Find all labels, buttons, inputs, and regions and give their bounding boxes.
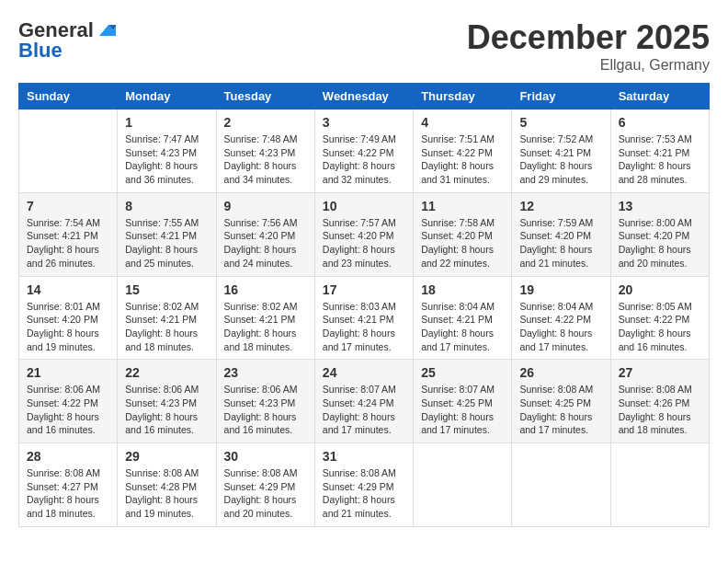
day-info: Sunrise: 7:48 AMSunset: 4:23 PMDaylight:…: [224, 132, 307, 187]
day-info: Sunrise: 8:06 AMSunset: 4:23 PMDaylight:…: [125, 383, 208, 437]
day-info: Sunrise: 7:58 AMSunset: 4:20 PMDaylight:…: [421, 216, 504, 270]
day-number: 23: [224, 365, 307, 380]
day-number: 17: [323, 282, 405, 297]
calendar-cell: 9Sunrise: 7:56 AMSunset: 4:20 PMDaylight…: [216, 192, 314, 276]
day-number: 8: [125, 199, 208, 213]
day-info: Sunrise: 8:02 AMSunset: 4:21 PMDaylight:…: [125, 300, 208, 354]
day-info: Sunrise: 8:07 AMSunset: 4:24 PMDaylight:…: [323, 383, 405, 437]
day-number: 6: [619, 115, 701, 130]
calendar-cell: 12Sunrise: 7:59 AMSunset: 4:20 PMDayligh…: [512, 192, 610, 276]
calendar-cell: 18Sunrise: 8:04 AMSunset: 4:21 PMDayligh…: [414, 276, 512, 360]
day-info: Sunrise: 8:02 AMSunset: 4:21 PMDaylight:…: [224, 300, 307, 354]
calendar-cell: 23Sunrise: 8:06 AMSunset: 4:23 PMDayligh…: [216, 360, 314, 443]
day-info: Sunrise: 8:01 AMSunset: 4:20 PMDaylight:…: [27, 300, 109, 354]
location: Ellgau, Germany: [467, 57, 710, 74]
calendar-cell: 21Sunrise: 8:06 AMSunset: 4:22 PMDayligh…: [19, 360, 118, 443]
day-info: Sunrise: 7:57 AMSunset: 4:20 PMDaylight:…: [323, 216, 405, 270]
logo: General Blue: [18, 18, 116, 63]
day-number: 11: [421, 199, 504, 213]
calendar-cell: 30Sunrise: 8:08 AMSunset: 4:29 PMDayligh…: [216, 443, 314, 527]
calendar-cell: 13Sunrise: 8:00 AMSunset: 4:20 PMDayligh…: [610, 192, 709, 276]
day-number: 29: [125, 449, 208, 464]
day-number: 9: [224, 199, 307, 213]
calendar-cell: 4Sunrise: 7:51 AMSunset: 4:22 PMDaylight…: [414, 109, 512, 193]
day-info: Sunrise: 8:03 AMSunset: 4:21 PMDaylight:…: [323, 300, 405, 354]
day-number: 18: [421, 282, 504, 297]
calendar-header-row: SundayMondayTuesdayWednesdayThursdayFrid…: [19, 84, 710, 109]
day-number: 15: [125, 282, 208, 297]
calendar-week-row: 21Sunrise: 8:06 AMSunset: 4:22 PMDayligh…: [19, 360, 710, 443]
calendar-cell: [512, 443, 610, 527]
day-info: Sunrise: 7:49 AMSunset: 4:22 PMDaylight:…: [323, 132, 405, 187]
calendar-cell: 11Sunrise: 7:58 AMSunset: 4:20 PMDayligh…: [414, 192, 512, 276]
calendar-cell: [610, 443, 709, 527]
day-info: Sunrise: 8:08 AMSunset: 4:29 PMDaylight:…: [323, 466, 405, 521]
day-info: Sunrise: 8:05 AMSunset: 4:22 PMDaylight:…: [619, 300, 701, 354]
calendar-table: SundayMondayTuesdayWednesdayThursdayFrid…: [18, 83, 710, 527]
day-info: Sunrise: 8:08 AMSunset: 4:28 PMDaylight:…: [125, 466, 208, 521]
month-title: December 2025: [467, 18, 710, 57]
day-number: 3: [323, 115, 405, 130]
day-info: Sunrise: 7:55 AMSunset: 4:21 PMDaylight:…: [125, 216, 208, 270]
calendar-cell: 27Sunrise: 8:08 AMSunset: 4:26 PMDayligh…: [610, 360, 709, 443]
day-number: 19: [519, 282, 602, 297]
calendar-cell: [414, 443, 512, 527]
calendar-cell: 10Sunrise: 7:57 AMSunset: 4:20 PMDayligh…: [314, 192, 413, 276]
logo-icon: [96, 19, 116, 40]
col-header-saturday: Saturday: [610, 84, 709, 109]
day-number: 27: [619, 365, 701, 380]
calendar-cell: 19Sunrise: 8:04 AMSunset: 4:22 PMDayligh…: [512, 276, 610, 360]
calendar-cell: 22Sunrise: 8:06 AMSunset: 4:23 PMDayligh…: [118, 360, 216, 443]
day-number: 28: [27, 449, 109, 464]
day-info: Sunrise: 7:52 AMSunset: 4:21 PMDaylight:…: [519, 132, 602, 187]
calendar-cell: [19, 109, 118, 193]
day-number: 25: [421, 365, 504, 380]
logo-blue: Blue: [18, 39, 63, 63]
calendar-cell: 8Sunrise: 7:55 AMSunset: 4:21 PMDaylight…: [118, 192, 216, 276]
day-info: Sunrise: 8:06 AMSunset: 4:23 PMDaylight:…: [224, 383, 307, 437]
day-info: Sunrise: 7:54 AMSunset: 4:21 PMDaylight:…: [27, 216, 109, 270]
day-number: 30: [224, 449, 307, 464]
day-info: Sunrise: 8:08 AMSunset: 4:29 PMDaylight:…: [224, 466, 307, 521]
day-number: 2: [224, 115, 307, 130]
calendar-cell: 17Sunrise: 8:03 AMSunset: 4:21 PMDayligh…: [314, 276, 413, 360]
day-info: Sunrise: 8:06 AMSunset: 4:22 PMDaylight:…: [27, 383, 109, 437]
col-header-wednesday: Wednesday: [314, 84, 413, 109]
calendar-cell: 25Sunrise: 8:07 AMSunset: 4:25 PMDayligh…: [414, 360, 512, 443]
day-number: 24: [323, 365, 405, 380]
calendar-cell: 3Sunrise: 7:49 AMSunset: 4:22 PMDaylight…: [314, 109, 413, 193]
calendar-cell: 7Sunrise: 7:54 AMSunset: 4:21 PMDaylight…: [19, 192, 118, 276]
day-info: Sunrise: 8:08 AMSunset: 4:27 PMDaylight:…: [27, 466, 109, 521]
col-header-sunday: Sunday: [19, 84, 118, 109]
day-number: 31: [323, 449, 405, 464]
day-number: 5: [519, 115, 602, 130]
col-header-thursday: Thursday: [414, 84, 512, 109]
day-info: Sunrise: 7:56 AMSunset: 4:20 PMDaylight:…: [224, 216, 307, 270]
title-block: December 2025 Ellgau, Germany: [467, 18, 710, 74]
calendar-week-row: 14Sunrise: 8:01 AMSunset: 4:20 PMDayligh…: [19, 276, 710, 360]
calendar-week-row: 1Sunrise: 7:47 AMSunset: 4:23 PMDaylight…: [19, 109, 710, 193]
calendar-cell: 5Sunrise: 7:52 AMSunset: 4:21 PMDaylight…: [512, 109, 610, 193]
day-info: Sunrise: 8:07 AMSunset: 4:25 PMDaylight:…: [421, 383, 504, 437]
calendar-cell: 24Sunrise: 8:07 AMSunset: 4:24 PMDayligh…: [314, 360, 413, 443]
day-number: 20: [619, 282, 701, 297]
day-number: 14: [27, 282, 109, 297]
day-number: 16: [224, 282, 307, 297]
day-number: 13: [619, 199, 701, 213]
calendar-cell: 31Sunrise: 8:08 AMSunset: 4:29 PMDayligh…: [314, 443, 413, 527]
day-number: 12: [519, 199, 602, 213]
calendar-cell: 1Sunrise: 7:47 AMSunset: 4:23 PMDaylight…: [118, 109, 216, 193]
day-info: Sunrise: 7:53 AMSunset: 4:21 PMDaylight:…: [619, 132, 701, 187]
calendar-cell: 29Sunrise: 8:08 AMSunset: 4:28 PMDayligh…: [118, 443, 216, 527]
col-header-monday: Monday: [118, 84, 216, 109]
calendar-cell: 28Sunrise: 8:08 AMSunset: 4:27 PMDayligh…: [19, 443, 118, 527]
day-number: 4: [421, 115, 504, 130]
col-header-friday: Friday: [512, 84, 610, 109]
day-info: Sunrise: 7:47 AMSunset: 4:23 PMDaylight:…: [125, 132, 208, 187]
page-header: General Blue December 2025 Ellgau, Germa…: [18, 18, 710, 74]
day-number: 1: [125, 115, 208, 130]
day-info: Sunrise: 8:00 AMSunset: 4:20 PMDaylight:…: [619, 216, 701, 270]
col-header-tuesday: Tuesday: [216, 84, 314, 109]
day-info: Sunrise: 8:04 AMSunset: 4:22 PMDaylight:…: [519, 300, 602, 354]
day-info: Sunrise: 8:04 AMSunset: 4:21 PMDaylight:…: [421, 300, 504, 354]
